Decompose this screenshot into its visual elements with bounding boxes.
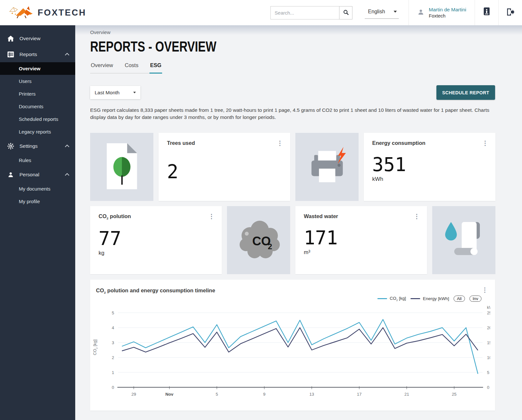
sidebar-group-reports[interactable]: Reports	[0, 46, 75, 62]
tab-bar: Overview Costs ESG	[90, 62, 162, 74]
sidebar-item-label: Users	[19, 78, 31, 84]
energy-icon-tile	[295, 133, 359, 201]
chevron-up-icon	[65, 53, 69, 56]
sidebar-item-printers[interactable]: Printers	[0, 88, 75, 100]
user-name: Martin de Martini	[429, 6, 466, 13]
sidebar-item-users[interactable]: Users	[0, 75, 75, 88]
sidebar-item-label: Documents	[19, 104, 43, 109]
search-input[interactable]	[270, 6, 339, 19]
user-menu[interactable]: Martin de Martini Foxtech	[409, 6, 475, 19]
sidebar-item-label: My profile	[19, 199, 40, 204]
search-icon	[343, 9, 349, 16]
sidebar-group-personal[interactable]: Personal	[0, 167, 75, 182]
date-range-select[interactable]: Last Month	[90, 86, 140, 99]
date-range-value: Last Month	[95, 90, 120, 96]
sidebar-item-label: Reports	[19, 52, 37, 57]
svg-text:29: 29	[131, 392, 136, 397]
water-value: 171	[304, 228, 420, 249]
trees-used-card: Trees used ⋮ 2	[159, 133, 290, 201]
svg-text:25: 25	[487, 310, 490, 315]
svg-text:kWh: kWh	[487, 305, 490, 310]
legend-inv-button[interactable]: Inv	[469, 296, 481, 302]
legend-all-button[interactable]: All	[454, 296, 465, 302]
co2-value: 77	[99, 228, 215, 249]
tree-document-icon	[107, 143, 137, 191]
brand-logo[interactable]: FOXTECH	[0, 4, 97, 21]
sidebar-item-my-documents[interactable]: My documents	[0, 182, 75, 195]
svg-text:Nov: Nov	[165, 392, 173, 397]
chart-legend: CO2 [kg] Energy [kWh] All Inv	[96, 296, 490, 302]
reports-table-icon	[7, 52, 14, 57]
sidebar-item-documents[interactable]: Documents	[0, 100, 75, 113]
svg-text:20: 20	[487, 325, 490, 330]
kebab-menu-icon[interactable]: ⋮	[412, 212, 422, 221]
svg-text:0: 0	[487, 385, 489, 390]
search-button[interactable]	[339, 6, 352, 19]
sidebar-item-my-profile[interactable]: My profile	[0, 195, 75, 208]
svg-text:5: 5	[112, 310, 114, 315]
kebab-menu-icon[interactable]: ⋮	[480, 286, 490, 294]
sidebar-item-label: Personal	[19, 172, 39, 178]
timeline-chart-card: CO2 polution and energy consumption time…	[90, 280, 495, 411]
sidebar-item-rules[interactable]: Rules	[0, 154, 75, 167]
legend-label: Energy [kWh]	[423, 296, 449, 301]
chevron-up-icon	[65, 145, 69, 147]
sidebar-item-scheduled-reports[interactable]: Scheduled reports	[0, 113, 75, 125]
sidebar-item-label: Legacy reports	[19, 129, 51, 134]
tab-esg[interactable]: ESG	[149, 62, 162, 74]
left-axis-label: CO2 [kg]	[92, 340, 98, 355]
sidebar-item-label: Settings	[19, 143, 38, 149]
printer-bolt-icon	[307, 147, 348, 187]
kebab-menu-icon[interactable]: ⋮	[480, 139, 490, 147]
water-icon-tile	[432, 206, 495, 274]
svg-text:5: 5	[487, 370, 489, 375]
co2-cloud-icon: CO 2	[234, 217, 283, 263]
sidebar-item-label: My documents	[19, 186, 51, 192]
co2-line-swatch	[377, 298, 387, 299]
svg-text:4: 4	[112, 325, 114, 330]
manual-button[interactable]	[475, 0, 498, 25]
svg-text:1: 1	[112, 370, 114, 375]
chevron-down-icon	[394, 11, 397, 13]
svg-text:2: 2	[112, 355, 114, 360]
svg-text:0: 0	[112, 385, 114, 390]
home-icon	[7, 36, 14, 41]
card-title: Energy consumption	[372, 140, 488, 146]
gear-icon	[7, 143, 14, 149]
sidebar-item-overview[interactable]: Overview	[0, 30, 75, 46]
tab-overview[interactable]: Overview	[90, 62, 114, 74]
chevron-up-icon	[65, 173, 69, 176]
svg-text:3: 3	[112, 340, 114, 345]
wasted-water-card: Wasted water ⋮ 171 m³	[295, 206, 427, 274]
svg-text:21: 21	[404, 392, 409, 397]
water-paper-icon	[440, 217, 488, 263]
chart-title: CO2 polution and energy consumption time…	[96, 287, 490, 294]
logout-button[interactable]	[499, 0, 522, 25]
card-title: Wasted water	[304, 213, 420, 219]
kebab-menu-icon[interactable]: ⋮	[207, 212, 217, 221]
language-select[interactable]: English	[365, 7, 398, 19]
sidebar-item-reports-overview[interactable]: Overview	[0, 62, 75, 75]
top-header: FOXTECH English Martin de Martini F	[0, 0, 522, 25]
brand-name: FOXTECH	[38, 8, 86, 18]
sidebar-group-settings[interactable]: Settings	[0, 138, 75, 154]
schedule-report-button[interactable]: SCHEDULE REPORT	[436, 85, 495, 100]
legend-label: CO2 [kg]	[390, 296, 406, 302]
kebab-menu-icon[interactable]: ⋮	[275, 139, 285, 147]
svg-text:15: 15	[487, 340, 490, 345]
tab-costs[interactable]: Costs	[124, 62, 139, 74]
main-content: Overview REPORTS - OVERVIEW Overview Cos…	[75, 25, 522, 420]
search-group	[270, 6, 352, 19]
sidebar-item-legacy-reports[interactable]: Legacy reports	[0, 125, 75, 138]
trees-icon-tile	[90, 133, 153, 201]
chart-plot-area: CO2 [kg] 0123450510152025kWh29Nov5913172…	[96, 302, 490, 402]
user-icon	[417, 8, 424, 17]
chevron-down-icon	[133, 92, 136, 93]
breadcrumb[interactable]: Overview	[90, 25, 495, 35]
energy-value: 351	[372, 155, 488, 175]
legend-energy[interactable]: Energy [kWh]	[410, 296, 449, 301]
trees-used-value: 2	[167, 162, 283, 182]
legend-co2[interactable]: CO2 [kg]	[377, 296, 406, 302]
card-title: CO2 polution	[99, 213, 215, 220]
logout-icon	[506, 8, 515, 18]
